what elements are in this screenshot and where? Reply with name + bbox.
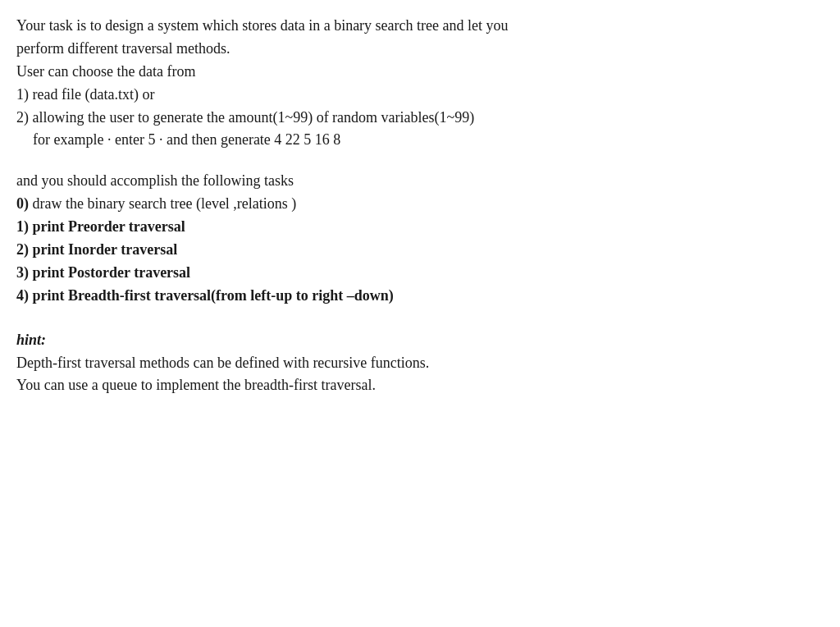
intro-line4: 1) read file (data.txt) or bbox=[16, 84, 820, 107]
task-item3-bold: 3) print Postorder traversal bbox=[16, 264, 190, 281]
task-item3: 3) print Postorder traversal bbox=[16, 262, 820, 285]
intro-line5: 2) allowing the user to generate the amo… bbox=[16, 107, 820, 130]
task-item0: 0) draw the binary search tree (level ,r… bbox=[16, 193, 820, 216]
intro-line3: User can choose the data from bbox=[16, 61, 820, 84]
task-item4: 4) print Breadth-first traversal(from le… bbox=[16, 285, 820, 308]
main-content: Your task is to design a system which st… bbox=[16, 15, 820, 397]
example-line: for example · enter 5 · and then generat… bbox=[33, 129, 820, 152]
task-item2: 2) print Inorder traversal bbox=[16, 239, 820, 262]
intro-line1: Your task is to design a system which st… bbox=[16, 15, 820, 38]
task-item0-text: draw the binary search tree (level ,rela… bbox=[29, 195, 296, 212]
hint-label: hint: bbox=[16, 329, 820, 352]
intro-line2: perform different traversal methods. bbox=[16, 38, 820, 61]
hint-section: hint: Depth-first traversal methods can … bbox=[16, 329, 820, 398]
intro-section: Your task is to design a system which st… bbox=[16, 15, 820, 152]
task-item1: 1) print Preorder traversal bbox=[16, 216, 820, 239]
tasks-intro: and you should accomplish the following … bbox=[16, 170, 820, 193]
hint-label-text: hint: bbox=[16, 332, 46, 348]
spacer2 bbox=[16, 308, 820, 326]
task-item0-bold: 0) bbox=[16, 195, 29, 212]
hint-line2: You can use a queue to implement the bre… bbox=[16, 374, 820, 397]
task-item1-bold: 1) print Preorder traversal bbox=[16, 218, 185, 235]
hint-line1: Depth-first traversal methods can be def… bbox=[16, 352, 820, 375]
tasks-section: and you should accomplish the following … bbox=[16, 170, 820, 307]
task-item2-bold: 2) print Inorder traversal bbox=[16, 241, 177, 258]
spacer1 bbox=[16, 152, 820, 170]
task-item4-bold: 4) print Breadth-first traversal(from le… bbox=[16, 287, 394, 304]
